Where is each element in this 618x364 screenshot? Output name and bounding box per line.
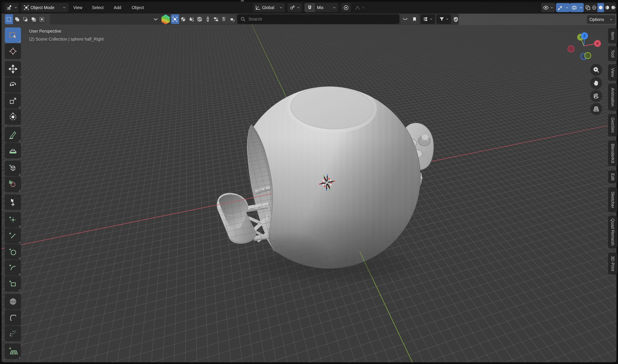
verification-status-button[interactable] <box>451 15 460 24</box>
gizmo-axis-x-negative[interactable] <box>568 46 574 52</box>
viewport-3d[interactable] <box>1 2 617 362</box>
tool-annotate[interactable] <box>5 127 21 143</box>
select-subtract-icon <box>23 16 28 22</box>
menu-add[interactable]: Add <box>111 3 124 12</box>
tool-workplane-none[interactable]: NONE <box>5 294 21 309</box>
select-extend-icon <box>14 16 20 22</box>
asset-type-nodegroup[interactable] <box>212 14 220 24</box>
proportional-falloff-dropdown[interactable] <box>351 3 368 12</box>
navigation-gizmo[interactable]: Y Z X <box>562 26 608 63</box>
tool-carve[interactable] <box>5 177 21 192</box>
tool-rotate[interactable] <box>5 77 21 93</box>
menu-object[interactable]: Object <box>129 3 147 12</box>
chevron-down-icon <box>153 17 158 22</box>
sidebar-tab-geosim[interactable]: GeoSim <box>608 114 617 136</box>
tool-cursor[interactable] <box>5 43 21 59</box>
asset-type-addon[interactable] <box>228 14 237 24</box>
projection-toggle-button[interactable] <box>590 103 602 115</box>
projection-label: User Perspective <box>29 29 61 34</box>
gizmo-dropdown[interactable] <box>565 3 570 12</box>
categories-dropdown[interactable] <box>420 14 435 24</box>
pan-button[interactable] <box>590 77 602 89</box>
sidebar-tab-blenderkit[interactable]: BlenderKit <box>608 141 617 166</box>
select-mode-set[interactable] <box>5 14 13 24</box>
menu-select[interactable]: Select <box>89 3 107 12</box>
tool-fillet[interactable] <box>5 310 21 325</box>
add-rectangle-icon <box>8 279 18 289</box>
tool-measure[interactable] <box>5 143 21 158</box>
cursor-icon <box>8 46 18 56</box>
sidebar-tab-view[interactable]: View <box>608 64 617 81</box>
options-label: Options <box>590 17 604 22</box>
move-icon <box>8 64 18 74</box>
sidebar-tab-edit[interactable]: Edit <box>608 170 617 183</box>
show-gizmo-toggle[interactable] <box>556 3 565 12</box>
shading-material-button[interactable] <box>604 3 610 12</box>
shading-wireframe-icon <box>592 5 597 10</box>
sidebar-tab-animation[interactable]: Animation <box>608 83 617 111</box>
asset-type-model[interactable] <box>171 14 179 24</box>
asset-free-filter-button[interactable] <box>401 14 410 24</box>
show-overlays-toggle[interactable] <box>570 3 579 12</box>
tool-move[interactable] <box>5 61 21 77</box>
blenderkit-logo[interactable] <box>160 14 171 25</box>
tool-add-arc[interactable] <box>5 260 21 276</box>
tool-select-box[interactable] <box>5 27 21 43</box>
tool-trim[interactable] <box>5 326 21 341</box>
asset-type-printable[interactable] <box>220 14 228 24</box>
svg-text:NONE: NONE <box>10 300 16 303</box>
gizmo-axis-y-negative[interactable] <box>585 52 591 59</box>
camera-view-button[interactable] <box>590 90 602 102</box>
chevron-down-icon <box>14 6 17 9</box>
sidebar-tab-item[interactable]: Item <box>608 28 617 43</box>
sidebar-tab-sketcher[interactable]: Sketcher <box>608 187 617 212</box>
category-tree-icon <box>423 16 429 22</box>
cursor-3d[interactable] <box>319 174 335 191</box>
proportional-editing-toggle[interactable] <box>341 3 351 12</box>
options-dropdown[interactable]: Options <box>587 15 615 24</box>
shading-wireframe-button[interactable] <box>591 3 597 12</box>
workplane-none-icon: NONE <box>8 297 18 307</box>
menu-view[interactable]: View <box>70 3 85 12</box>
asset-type-hdr[interactable] <box>196 14 204 24</box>
tool-add-workplane[interactable] <box>5 343 21 359</box>
snap-with-dropdown[interactable]: Mix <box>315 3 338 12</box>
select-mode-subtract[interactable] <box>21 14 29 24</box>
zoom-button[interactable] <box>590 64 602 76</box>
tool-transform[interactable] <box>5 109 21 125</box>
pivot-point-dropdown[interactable] <box>288 3 302 12</box>
overlays-dropdown[interactable] <box>579 3 584 12</box>
asset-bookmarks-button[interactable] <box>410 14 419 24</box>
sidebar-tab-quadremesh[interactable]: Quad Remesh <box>608 216 617 248</box>
scale-icon <box>8 96 18 106</box>
transform-orientation-dropdown[interactable]: Global <box>253 3 285 12</box>
shading-solid-button[interactable] <box>597 3 604 12</box>
mode-dropdown[interactable]: Object Mode <box>21 3 68 12</box>
sidebar-tab-tool[interactable]: Tool <box>608 46 617 61</box>
select-mode-extend[interactable] <box>13 14 21 24</box>
asset-type-scene[interactable] <box>187 14 196 24</box>
tool-add-circle[interactable] <box>5 244 21 260</box>
search-input[interactable]: Search <box>237 14 399 24</box>
select-mode-invert[interactable] <box>29 14 38 24</box>
tool-add-line[interactable] <box>5 228 21 244</box>
tool-add-cube[interactable] <box>5 161 21 176</box>
tool-submenu-indicator <box>18 289 20 291</box>
tool-add-point[interactable] <box>5 212 21 228</box>
tool-scale[interactable] <box>5 93 21 109</box>
asset-bar-collapse[interactable] <box>151 15 160 24</box>
shading-dropdown[interactable] <box>613 3 617 12</box>
tool-tweak[interactable] <box>5 194 21 210</box>
editor-type-dropdown[interactable] <box>5 3 19 12</box>
window-top-edge <box>0 0 618 2</box>
xray-toggle[interactable] <box>584 3 592 12</box>
snap-toggle[interactable] <box>304 3 315 12</box>
object-visibility-dropdown[interactable] <box>541 3 555 12</box>
asset-type-material[interactable] <box>179 14 187 24</box>
tool-submenu-indicator <box>18 356 20 358</box>
sidebar-tab-3dprint[interactable]: 3D Print <box>608 253 617 274</box>
tool-add-rectangle[interactable] <box>5 276 21 292</box>
asset-type-brush[interactable] <box>204 14 212 24</box>
select-mode-intersect[interactable] <box>38 14 46 24</box>
filters-dropdown[interactable] <box>436 14 451 24</box>
